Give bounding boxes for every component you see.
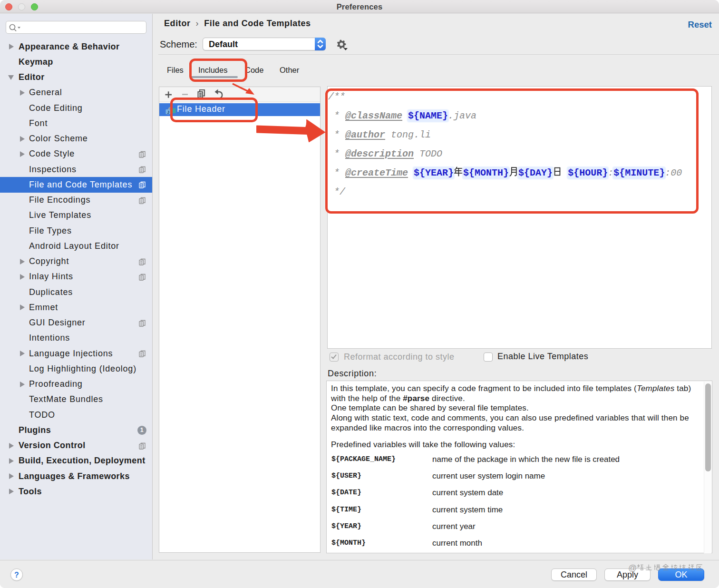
svg-text:J: J — [167, 109, 169, 115]
svg-text:@: @ — [628, 563, 637, 573]
